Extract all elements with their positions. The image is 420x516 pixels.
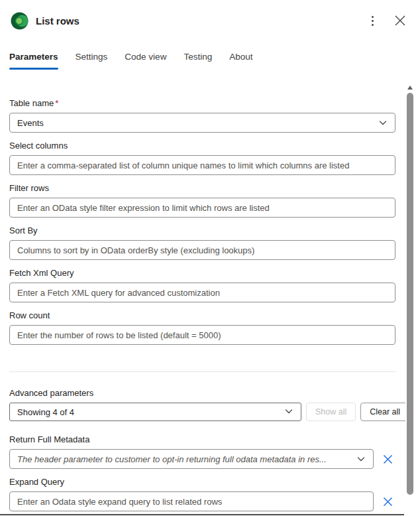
- tab-settings[interactable]: Settings: [76, 49, 108, 70]
- vertical-scrollbar[interactable]: [405, 83, 415, 516]
- return-full-metadata-label: Return Full Metadata: [9, 434, 395, 446]
- row-count-input[interactable]: [9, 325, 395, 345]
- select-columns-label: Select columns: [9, 140, 395, 152]
- tab-about[interactable]: About: [229, 49, 252, 70]
- remove-x-icon: [383, 497, 393, 507]
- show-all-button[interactable]: Show all: [306, 403, 356, 421]
- bottom-edge-divider: [0, 514, 404, 515]
- field-group-return-full-metadata: Return Full Metadata The header paramete…: [9, 434, 395, 469]
- chevron-down-icon: [284, 407, 293, 418]
- table-name-dropdown[interactable]: Events: [9, 113, 395, 133]
- dataverse-icon: [11, 12, 28, 30]
- field-group-row-count: Row count: [9, 310, 395, 345]
- filter-rows-label: Filter rows: [9, 182, 395, 194]
- field-group-sort-by: Sort By: [9, 225, 395, 260]
- field-group-expand-query: Expand Query: [9, 476, 395, 511]
- fetch-xml-query-input[interactable]: [9, 283, 395, 302]
- tab-code-view[interactable]: Code view: [125, 49, 166, 70]
- field-group-table-name: Table name* Events: [9, 97, 395, 133]
- parameters-form: Table name* Events Select columns Filter…: [0, 83, 420, 516]
- tab-parameters[interactable]: Parameters: [9, 49, 58, 70]
- tab-bar: Parameters Settings Code view Testing Ab…: [0, 49, 420, 70]
- remove-expand-query-button[interactable]: [380, 493, 395, 509]
- more-options-button[interactable]: [363, 11, 382, 30]
- expand-query-row: [9, 491, 395, 511]
- row-count-label: Row count: [9, 310, 395, 322]
- remove-return-full-metadata-button[interactable]: [380, 451, 395, 467]
- table-name-value: Events: [17, 118, 373, 128]
- chevron-down-icon: [378, 118, 388, 127]
- scrollbar-thumb[interactable]: [407, 93, 413, 495]
- field-group-fetch-xml-query: Fetch Xml Query: [9, 267, 395, 302]
- close-icon: [395, 15, 405, 26]
- advanced-parameters-dropdown-value: Showing 4 of 4: [17, 407, 284, 417]
- chevron-down-icon: [356, 454, 366, 464]
- field-group-select-columns: Select columns: [9, 140, 395, 175]
- required-asterisk: *: [55, 98, 58, 108]
- table-name-label: Table name*: [9, 97, 395, 109]
- field-group-filter-rows: Filter rows: [9, 182, 395, 218]
- return-full-metadata-dropdown[interactable]: The header parameter to customer to opt-…: [9, 449, 374, 469]
- filter-rows-input[interactable]: [9, 198, 395, 218]
- sort-by-input[interactable]: [9, 240, 395, 260]
- expand-query-input[interactable]: [9, 491, 374, 511]
- tab-testing[interactable]: Testing: [184, 49, 212, 70]
- return-full-metadata-row: The header parameter to customer to opt-…: [9, 449, 395, 469]
- advanced-parameters-dropdown[interactable]: Showing 4 of 4: [9, 403, 301, 421]
- remove-x-icon: [383, 454, 393, 464]
- return-full-metadata-placeholder: The header parameter to customer to opt-…: [17, 454, 351, 464]
- sort-by-label: Sort By: [9, 225, 395, 237]
- scrollbar-up-arrow-icon[interactable]: [407, 86, 413, 90]
- select-columns-input[interactable]: [9, 155, 395, 175]
- kebab-menu-icon: [372, 16, 374, 26]
- clear-all-button[interactable]: Clear all: [360, 403, 409, 421]
- section-divider: [9, 371, 396, 372]
- panel-title: List rows: [36, 15, 79, 27]
- panel-header: List rows: [0, 0, 420, 29]
- list-rows-action-panel: List rows Parameters Settings Code view …: [0, 0, 420, 516]
- expand-query-label: Expand Query: [9, 476, 395, 488]
- advanced-parameters-label: Advanced parameters: [9, 387, 420, 399]
- advanced-parameters-controls: Showing 4 of 4 Show all Clear all: [9, 403, 420, 421]
- table-name-label-text: Table name: [9, 98, 54, 108]
- fetch-xml-query-label: Fetch Xml Query: [9, 267, 395, 279]
- header-actions: [363, 11, 409, 30]
- close-button[interactable]: [391, 11, 409, 30]
